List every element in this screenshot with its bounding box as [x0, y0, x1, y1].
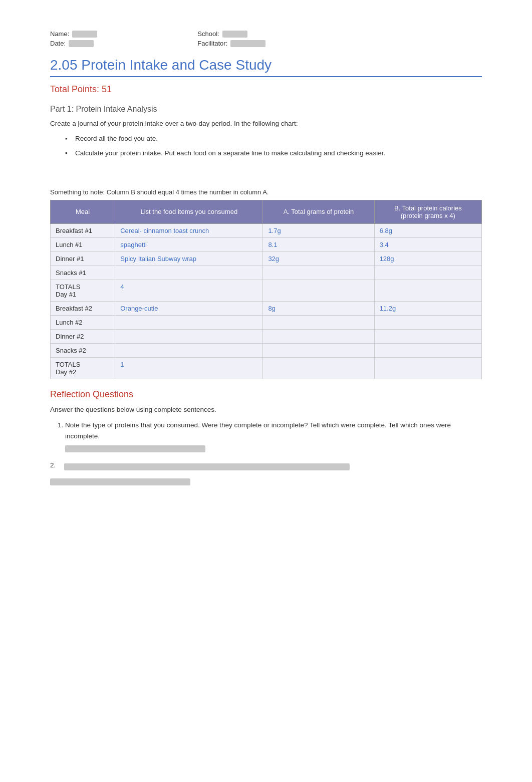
- cell-calories-6: [374, 315, 481, 329]
- q3-container: [50, 478, 482, 485]
- header-fields: Name: Date: School: Facilitator:: [50, 30, 482, 47]
- school-row: School:: [197, 30, 265, 38]
- header-right: School: Facilitator:: [197, 30, 265, 47]
- cell-food-5: Orange-cutie: [115, 301, 263, 315]
- numbered-list: Note the type of proteins that you consu…: [50, 420, 482, 452]
- cell-food-4: 4: [115, 280, 263, 301]
- name-label: Name:: [50, 30, 69, 38]
- cell-meal-3: Snacks #1: [51, 266, 115, 280]
- cell-protein-9: [263, 357, 374, 379]
- q2-container: 2.: [50, 459, 482, 470]
- bullet-item-2: Calculate your protein intake. Put each …: [65, 148, 482, 158]
- cell-calories-7: [374, 329, 481, 343]
- facilitator-value: [230, 40, 265, 47]
- reflection-title: Reflection Questions: [50, 389, 482, 400]
- cell-protein-4: [263, 280, 374, 301]
- table-row: Dinner #2: [51, 329, 482, 343]
- part1-title: Part 1: Protein Intake Analysis: [50, 105, 482, 114]
- cell-meal-9: TOTALSDay #2: [51, 357, 115, 379]
- q1-answer: [65, 445, 205, 452]
- cell-food-7: [115, 329, 263, 343]
- cell-food-3: [115, 266, 263, 280]
- total-points: Total Points: 51: [50, 84, 482, 95]
- protein-table: Meal List the food items you consumed A.…: [50, 200, 482, 379]
- reflection-section: Reflection Questions Answer the question…: [50, 389, 482, 485]
- cell-meal-8: Snacks #2: [51, 343, 115, 357]
- facilitator-label: Facilitator:: [197, 40, 227, 47]
- name-value: [72, 31, 97, 38]
- col-header-calories: B. Total protein calories(protein grams …: [374, 200, 481, 223]
- table-row: Lunch #2: [51, 315, 482, 329]
- cell-calories-0: 6.8g: [374, 223, 481, 237]
- q2-number: 2.: [50, 461, 60, 469]
- title-divider: [50, 76, 482, 77]
- cell-food-8: [115, 343, 263, 357]
- cell-protein-5: 8g: [263, 301, 374, 315]
- q3-blurred-text: [50, 478, 190, 485]
- table-row: Breakfast #1 Cereal- cinnamon toast crun…: [51, 223, 482, 237]
- school-label: School:: [197, 30, 219, 38]
- school-value: [222, 31, 247, 38]
- header-left: Name: Date:: [50, 30, 97, 47]
- bullet-item-1: Record all the food you ate.: [65, 134, 482, 144]
- note-text: Something to note: Column B should equal…: [50, 188, 482, 196]
- part1-intro: Create a journal of your protein intake …: [50, 119, 482, 129]
- cell-food-1: spaghetti: [115, 237, 263, 251]
- question-1: Note the type of proteins that you consu…: [65, 420, 482, 452]
- cell-food-9: 1: [115, 357, 263, 379]
- table-row: Dinner #1 Spicy Italian Subway wrap 32g …: [51, 251, 482, 266]
- cell-meal-5: Breakfast #2: [51, 301, 115, 315]
- table-row: TOTALSDay #2 1: [51, 357, 482, 379]
- cell-food-6: [115, 315, 263, 329]
- cell-protein-2: 32g: [263, 251, 374, 266]
- cell-meal-0: Breakfast #1: [51, 223, 115, 237]
- col-header-meal: Meal: [51, 200, 115, 223]
- cell-meal-2: Dinner #1: [51, 251, 115, 266]
- cell-calories-4: [374, 280, 481, 301]
- table-header-row: Meal List the food items you consumed A.…: [51, 200, 482, 223]
- cell-protein-8: [263, 343, 374, 357]
- q2-blurred-text: [64, 463, 350, 470]
- cell-protein-0: 1.7g: [263, 223, 374, 237]
- cell-meal-1: Lunch #1: [51, 237, 115, 251]
- reflection-intro: Answer the questions below using complet…: [50, 405, 482, 415]
- cell-meal-6: Lunch #2: [51, 315, 115, 329]
- cell-calories-9: [374, 357, 481, 379]
- cell-protein-6: [263, 315, 374, 329]
- table-row: Snacks #2: [51, 343, 482, 357]
- cell-food-2: Spicy Italian Subway wrap: [115, 251, 263, 266]
- facilitator-row: Facilitator:: [197, 40, 265, 47]
- q1-text: Note the type of proteins that you consu…: [65, 421, 451, 440]
- table-row: TOTALSDay #1 4: [51, 280, 482, 301]
- table-row: Snacks #1: [51, 266, 482, 280]
- cell-calories-2: 128g: [374, 251, 481, 266]
- date-row: Date:: [50, 40, 97, 47]
- cell-calories-8: [374, 343, 481, 357]
- cell-protein-7: [263, 329, 374, 343]
- cell-food-0: Cereal- cinnamon toast crunch: [115, 223, 263, 237]
- cell-calories-3: [374, 266, 481, 280]
- cell-protein-3: [263, 266, 374, 280]
- cell-calories-1: 3.4: [374, 237, 481, 251]
- col-header-calories-sub: (protein grams x 4): [401, 212, 455, 219]
- table-row: Breakfast #2 Orange-cutie 8g 11.2g: [51, 301, 482, 315]
- cell-protein-1: 8.1: [263, 237, 374, 251]
- cell-calories-5: 11.2g: [374, 301, 481, 315]
- table-row: Lunch #1 spaghetti 8.1 3.4: [51, 237, 482, 251]
- col-header-food: List the food items you consumed: [115, 200, 263, 223]
- name-row: Name:: [50, 30, 97, 38]
- cell-meal-7: Dinner #2: [51, 329, 115, 343]
- date-value: [69, 40, 94, 47]
- page-title: 2.05 Protein Intake and Case Study: [50, 57, 482, 73]
- col-header-protein: A. Total grams of protein: [263, 200, 374, 223]
- bullet-list: Record all the food you ate. Calculate y…: [50, 134, 482, 158]
- date-label: Date:: [50, 40, 66, 47]
- cell-meal-4: TOTALSDay #1: [51, 280, 115, 301]
